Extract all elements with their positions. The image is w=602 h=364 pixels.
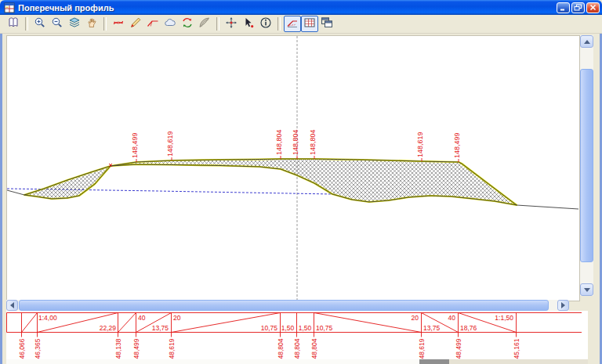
pencil-icon — [129, 16, 142, 31]
svg-text:148,499: 148,499 — [453, 132, 461, 158]
minimize-button[interactable] — [557, 2, 570, 13]
windows-stack-icon — [321, 16, 333, 31]
up-arrow-icon — [584, 40, 590, 44]
svg-text:148,804: 148,804 — [310, 338, 318, 359]
toolbar-separator — [277, 17, 281, 31]
zoom-in-button[interactable] — [31, 16, 49, 32]
open-book-icon — [7, 16, 20, 31]
toolbar — [0, 15, 602, 34]
svg-text:148,804: 148,804 — [275, 129, 283, 155]
layers-button[interactable] — [66, 16, 83, 32]
hand-icon — [85, 16, 98, 31]
svg-text:1,50: 1,50 — [281, 324, 295, 332]
svg-text:1:4,00: 1:4,00 — [38, 314, 57, 322]
horizontal-scrollbar[interactable] — [6, 300, 569, 311]
scroll-down-button[interactable] — [580, 283, 593, 296]
svg-text:148,499: 148,499 — [132, 338, 140, 359]
terrain-button[interactable] — [161, 16, 179, 32]
move-point-button[interactable] — [223, 16, 240, 32]
table-scroll-track[interactable] — [6, 359, 419, 364]
pick-point-button[interactable] — [240, 16, 257, 32]
window-border-left — [0, 15, 2, 364]
zoom-out-icon — [51, 16, 63, 31]
right-arrow-icon — [561, 302, 565, 308]
edit-profile-button[interactable] — [127, 16, 144, 32]
red-slope-icon — [147, 16, 159, 31]
show-table-button[interactable] — [301, 16, 318, 32]
svg-text:148,619: 148,619 — [416, 132, 424, 157]
profile-table-canvas[interactable]: 146,066146,365148,138148,499148,619148,8… — [6, 311, 588, 359]
svg-text:148,138: 148,138 — [114, 338, 122, 359]
svg-text:148,499: 148,499 — [455, 338, 462, 359]
svg-text:1,50: 1,50 — [299, 324, 312, 332]
cloud-icon — [164, 16, 176, 31]
svg-text:148,499: 148,499 — [131, 132, 139, 158]
hatched-slope-icon — [286, 16, 299, 31]
toolbar-separator — [25, 17, 28, 31]
svg-text:148,804: 148,804 — [292, 129, 299, 155]
fill-area-main — [111, 159, 517, 205]
toolbar-separator — [216, 17, 219, 31]
svg-text:148,619: 148,619 — [418, 338, 426, 359]
move-cross-icon — [225, 16, 238, 31]
svg-text:148,804: 148,804 — [293, 338, 301, 359]
notebook-button[interactable] — [5, 16, 22, 32]
svg-text:20: 20 — [173, 314, 181, 322]
window-title: Поперечный профиль — [18, 3, 557, 13]
show-slopes-button[interactable] — [284, 16, 301, 32]
info-icon — [259, 16, 272, 31]
scroll-left-button[interactable] — [6, 300, 18, 311]
svg-text:10,75: 10,75 — [316, 324, 333, 332]
svg-text:145,161: 145,161 — [513, 338, 520, 359]
double-red-arrows-icon — [112, 16, 125, 31]
svg-text:40: 40 — [448, 314, 456, 322]
svg-text:148,619: 148,619 — [166, 131, 174, 157]
scroll-up-button[interactable] — [580, 35, 593, 48]
update-profile-button[interactable] — [110, 16, 127, 32]
profile-canvas[interactable]: 148,499148,619148,804148,804148,804148,6… — [7, 36, 579, 301]
surface-button[interactable] — [196, 16, 213, 32]
svg-text:13,75: 13,75 — [423, 324, 441, 332]
info-button[interactable] — [257, 16, 274, 32]
rotate-arrows-icon — [181, 16, 194, 31]
vertical-scrollbar[interactable] — [580, 35, 593, 296]
down-arrow-icon — [584, 288, 590, 292]
svg-text:20: 20 — [412, 314, 419, 322]
fan-icon — [198, 16, 211, 31]
svg-text:22,29: 22,29 — [100, 324, 117, 332]
svg-text:146,066: 146,066 — [18, 338, 26, 359]
properties-button[interactable] — [318, 16, 335, 32]
scroll-right-button[interactable] — [557, 300, 569, 311]
svg-text:1:1,50: 1:1,50 — [495, 314, 513, 322]
svg-text:18,76: 18,76 — [460, 324, 477, 332]
cursor-arrow-icon — [242, 16, 255, 31]
design-slope-button[interactable] — [144, 16, 161, 32]
table-texts: 146,066146,365148,138148,499148,619148,8… — [18, 314, 520, 359]
vertical-scroll-thumb[interactable] — [580, 69, 593, 262]
horizontal-scroll-thumb[interactable] — [19, 300, 549, 311]
svg-text:148,804: 148,804 — [277, 338, 285, 359]
profile-data-band[interactable]: 146,066146,365148,138148,499148,619148,8… — [6, 311, 588, 359]
fill-area-left — [24, 166, 111, 199]
svg-text:40: 40 — [138, 314, 146, 322]
close-button[interactable] — [586, 2, 600, 13]
pan-button[interactable] — [83, 16, 100, 32]
recalc-button[interactable] — [179, 16, 196, 32]
svg-text:13,75: 13,75 — [152, 324, 169, 332]
layers-icon — [68, 16, 81, 31]
titlebar[interactable]: Поперечный профиль — [0, 0, 602, 15]
table-horizontal-scrollbar[interactable] — [6, 359, 588, 364]
profile-view[interactable]: 148,499148,619148,804148,804148,804148,6… — [6, 35, 580, 301]
app-icon — [4, 2, 15, 13]
svg-text:148,804: 148,804 — [309, 129, 317, 155]
restore-button[interactable] — [571, 2, 585, 13]
svg-text:10,75: 10,75 — [261, 324, 278, 332]
zoom-out-button[interactable] — [49, 16, 66, 32]
design-elevation-labels: 148,499148,619148,804148,804148,804148,6… — [131, 129, 461, 162]
left-arrow-icon — [10, 302, 14, 308]
svg-text:146,365: 146,365 — [34, 338, 42, 359]
table-grid-icon — [303, 16, 316, 31]
svg-text:148,619: 148,619 — [168, 338, 176, 359]
table-scroll-thumb[interactable] — [419, 359, 449, 364]
zoom-in-icon — [34, 16, 46, 31]
